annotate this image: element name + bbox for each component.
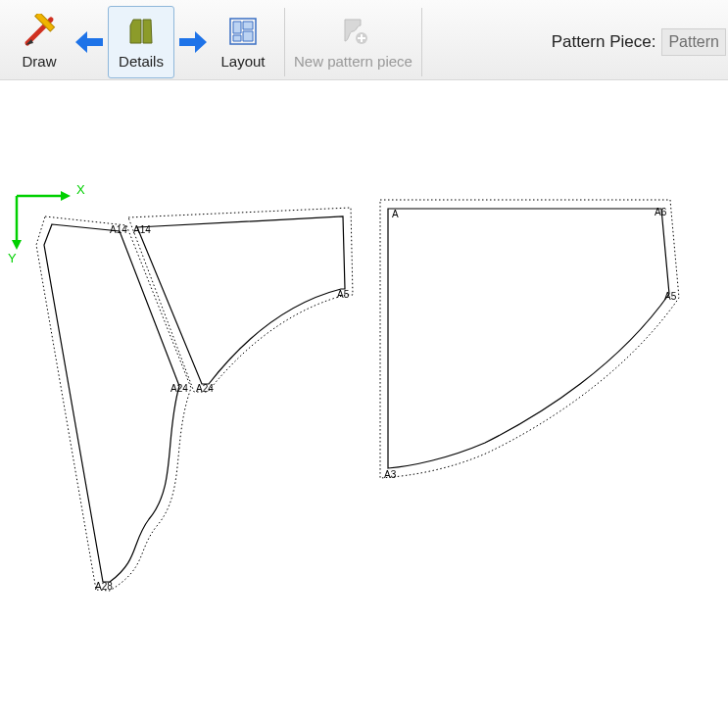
svg-text:A5: A5 [337,289,350,300]
pattern-piece-value: Pattern [668,33,719,50]
toolbar: Draw Details [0,0,728,80]
layout-label: Layout [220,53,265,70]
draw-button[interactable]: Draw [6,6,73,78]
pattern-piece-middle[interactable]: A14 A5 A24 [128,208,353,394]
svg-marker-10 [12,240,22,250]
svg-marker-8 [61,191,71,201]
svg-text:A14: A14 [133,224,151,235]
pattern-piece-left[interactable]: A14 A24 A28 [36,216,191,592]
mode-group: Draw Details [2,4,280,79]
axes-gizmo: X Y [8,182,85,265]
mode-switch-arrows: Details [73,6,210,78]
axis-y-label: Y [8,251,17,265]
new-piece-label: New pattern piece [294,53,413,70]
svg-text:A6: A6 [655,207,667,217]
svg-text:A3: A3 [384,469,397,480]
new-piece-icon [335,14,370,49]
pattern-piece-combo[interactable]: Pattern [661,28,726,56]
details-button[interactable]: Details [108,6,174,78]
svg-text:A28: A28 [95,581,113,592]
arrow-right-icon [177,26,209,58]
draw-label: Draw [22,53,56,70]
pattern-piece-right[interactable]: A A6 A5 A3 [380,200,679,480]
pencil-cross-icon [22,14,57,49]
svg-text:A24: A24 [170,383,188,394]
toolbar-separator-2 [421,8,422,76]
pattern-piece-label: Pattern Piece: [552,32,662,52]
axis-x-label: X [76,182,85,197]
new-pattern-piece-button: New pattern piece [293,6,413,78]
mode-prev-button[interactable] [73,6,106,78]
svg-text:A14: A14 [110,224,127,235]
piece-group: New pattern piece [289,4,417,79]
drawing-canvas[interactable]: X Y A14 A24 A28 A14 A5 A24 A A6 A5 A3 [0,80,728,719]
pattern-details-icon [123,14,159,49]
toolbar-separator [284,8,285,76]
arrow-left-icon [73,26,105,58]
mode-next-button[interactable] [176,6,210,78]
layout-button[interactable]: Layout [210,6,276,78]
svg-text:A5: A5 [664,291,677,302]
svg-text:A: A [392,209,399,219]
layout-icon [225,14,261,49]
svg-text:A24: A24 [196,383,214,394]
details-label: Details [119,53,164,70]
